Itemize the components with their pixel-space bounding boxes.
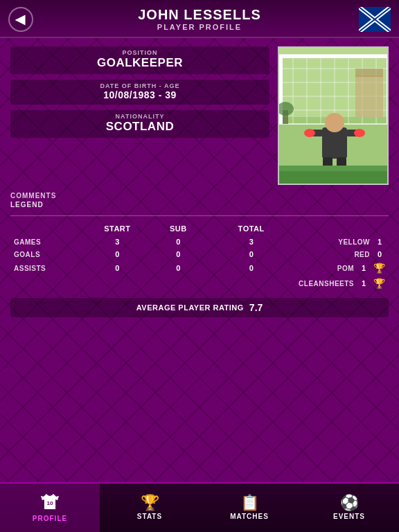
comments-section: COMMENTS LEGEND xyxy=(10,192,389,209)
stats-sub-header: SUB xyxy=(148,224,209,233)
nav-events[interactable]: ⚽ EVENTS xyxy=(299,484,399,532)
games-sub: 0 xyxy=(148,238,209,246)
goals-row: GOALS 0 0 0 RED 0 xyxy=(10,248,389,260)
back-arrow-icon: ◀ xyxy=(15,13,25,26)
comments-value: LEGEND xyxy=(10,201,389,209)
goals-label: GOALS xyxy=(14,251,87,258)
svg-rect-36 xyxy=(279,169,389,185)
svg-point-30 xyxy=(304,129,315,137)
svg-rect-21 xyxy=(279,55,389,58)
page-content: ◀ JOHN LESSELLS PLAYER PROFILE POSITION xyxy=(0,0,399,532)
goals-start: 0 xyxy=(87,250,148,258)
pom-label: POM xyxy=(337,265,354,272)
separator xyxy=(10,215,389,216)
ball-icon: ⚽ xyxy=(340,495,359,511)
assists-sub: 0 xyxy=(148,264,209,272)
cleansheets-row: CLEANSHEETS 1 🏆 xyxy=(10,276,389,291)
nav-stats-label: STATS xyxy=(137,513,162,520)
pom-trophy-icon: 🏆 xyxy=(373,263,385,274)
goals-sub: 0 xyxy=(148,250,209,258)
red-label: RED xyxy=(354,251,370,258)
cleansheets-value: 1 xyxy=(358,279,369,287)
shirt-icon: 10 xyxy=(41,493,59,513)
main-content: POSITION GOALKEEPER DATE OF BIRTH - AGE … xyxy=(0,38,399,482)
assists-right: POM 1 🏆 xyxy=(294,263,385,274)
cleansheets-label: CLEANSHEETS xyxy=(299,280,354,287)
nav-events-label: EVENTS xyxy=(333,513,365,520)
stats-total-header: TOTAL xyxy=(209,224,294,233)
info-section: POSITION GOALKEEPER DATE OF BIRTH - AGE … xyxy=(10,46,269,138)
player-photo xyxy=(278,46,389,185)
assists-start: 0 xyxy=(87,264,148,272)
yellow-label: YELLOW xyxy=(338,238,370,246)
games-right: YELLOW 1 xyxy=(294,238,385,246)
assists-label: ASSISTS xyxy=(14,265,87,272)
dob-value: 10/08/1983 - 39 xyxy=(17,89,263,100)
bottom-nav: 10 PROFILE 🏆 STATS 📋 MATCHES ⚽ EVENTS xyxy=(0,482,399,532)
rating-section: AVERAGE PLAYER RATING 7.7 xyxy=(10,298,389,317)
back-button[interactable]: ◀ xyxy=(8,7,33,32)
nav-matches-label: MATCHES xyxy=(230,513,269,520)
nav-profile-label: PROFILE xyxy=(33,515,67,522)
games-total: 3 xyxy=(209,238,294,246)
dob-label: DATE OF BIRTH - AGE xyxy=(17,82,263,89)
stats-spacer xyxy=(14,224,87,233)
games-label: GAMES xyxy=(14,238,87,246)
pom-value: 1 xyxy=(358,264,369,272)
svg-rect-37 xyxy=(279,166,389,171)
profile-label: PLAYER PROFILE xyxy=(138,23,260,31)
assists-row: ASSISTS 0 0 0 POM 1 🏆 xyxy=(10,260,389,276)
cleansheets-content: CLEANSHEETS 1 🏆 xyxy=(299,278,385,289)
svg-point-31 xyxy=(354,129,365,137)
nationality-value: SCOTLAND xyxy=(17,120,263,134)
rating-label: AVERAGE PLAYER RATING xyxy=(136,303,244,312)
svg-text:10: 10 xyxy=(47,500,53,506)
cleansheets-trophy-icon: 🏆 xyxy=(373,278,385,289)
top-section: POSITION GOALKEEPER DATE OF BIRTH - AGE … xyxy=(10,46,389,185)
position-label: POSITION xyxy=(17,49,263,56)
yellow-value: 1 xyxy=(374,238,385,246)
clipboard-icon: 📋 xyxy=(240,495,259,511)
svg-rect-22 xyxy=(355,76,383,117)
games-row: GAMES 3 0 3 YELLOW 1 xyxy=(10,236,389,248)
nav-stats[interactable]: 🏆 STATS xyxy=(100,484,200,532)
assists-total: 0 xyxy=(209,264,294,272)
position-value: GOALKEEPER xyxy=(17,56,263,70)
header: ◀ JOHN LESSELLS PLAYER PROFILE xyxy=(0,0,399,38)
svg-rect-20 xyxy=(387,55,389,124)
player-name: JOHN LESSELLS xyxy=(138,7,260,23)
nationality-label: NATIONALITY xyxy=(17,113,263,120)
stats-start-header: START xyxy=(87,224,148,233)
goals-total: 0 xyxy=(209,250,294,258)
games-start: 3 xyxy=(87,238,148,246)
comments-label: COMMENTS xyxy=(10,192,389,200)
svg-point-27 xyxy=(325,113,344,132)
dob-block: DATE OF BIRTH - AGE 10/08/1983 - 39 xyxy=(10,80,269,105)
flag-icon xyxy=(359,7,391,32)
nav-matches[interactable]: 📋 MATCHES xyxy=(200,484,299,532)
position-block: POSITION GOALKEEPER xyxy=(10,46,269,74)
nav-profile[interactable]: 10 PROFILE xyxy=(0,484,100,532)
goals-right: RED 0 xyxy=(294,250,385,258)
red-value: 0 xyxy=(374,250,385,258)
stats-section: START SUB TOTAL GAMES 3 0 3 YELLOW 1 GOA… xyxy=(10,224,389,291)
stats-trophy-icon: 🏆 xyxy=(141,495,159,511)
stats-header-row: START SUB TOTAL xyxy=(10,224,389,233)
rating-value: 7.7 xyxy=(249,302,263,313)
header-text: JOHN LESSELLS PLAYER PROFILE xyxy=(138,7,260,31)
stats-right-spacer xyxy=(294,224,385,233)
svg-rect-23 xyxy=(355,69,383,77)
nationality-block: NATIONALITY SCOTLAND xyxy=(10,110,269,138)
